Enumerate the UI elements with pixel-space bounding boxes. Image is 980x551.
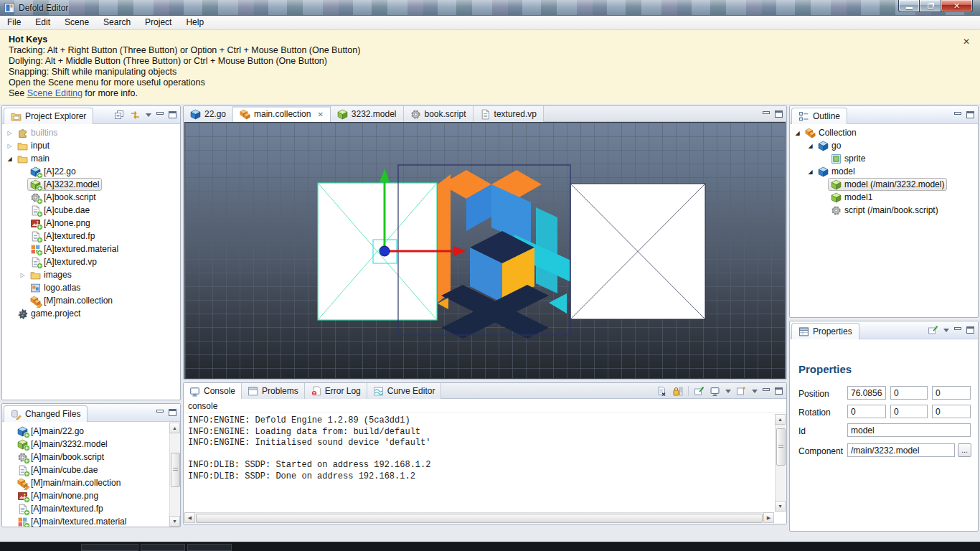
outline-tab[interactable]: Outline: [791, 108, 847, 124]
menu-item-file[interactable]: File: [0, 16, 28, 29]
taskbar-item[interactable]: [187, 544, 232, 551]
maximize-view-icon[interactable]: [169, 409, 176, 416]
project-explorer-item[interactable]: [A]textured.fp: [2, 230, 180, 242]
collapse-arrow-icon[interactable]: ◢: [806, 143, 815, 149]
expand-arrow-icon[interactable]: ▷: [18, 272, 27, 278]
collapse-arrow-icon[interactable]: ◢: [806, 169, 815, 175]
changed-files-item[interactable]: [A]main/book.script: [2, 451, 169, 463]
open-console-icon[interactable]: [736, 386, 747, 397]
outline-item[interactable]: ◢model: [790, 165, 978, 178]
console-hscrollbar[interactable]: ◀ ▶: [184, 512, 774, 523]
taskbar-item[interactable]: [141, 544, 185, 551]
minimize-view-icon[interactable]: [763, 111, 770, 114]
white-quad-right[interactable]: [570, 184, 705, 319]
y-axis-arrowhead[interactable]: [380, 169, 390, 182]
menu-item-help[interactable]: Help: [179, 16, 211, 29]
console-output[interactable]: INFO:ENGINE: Defold Engine 1.2.89 (5ca3d…: [185, 414, 774, 512]
view-menu-icon[interactable]: [146, 113, 151, 117]
project-explorer-item[interactable]: ◢main: [2, 152, 180, 165]
x-axis-arrowhead[interactable]: [453, 246, 466, 256]
component-input[interactable]: [847, 443, 955, 457]
console-tab-console[interactable]: Console: [184, 383, 242, 399]
scene-canvas[interactable]: [184, 122, 786, 379]
project-explorer-item[interactable]: [A]book.script: [2, 191, 180, 204]
editor-tab-22-go[interactable]: 22.go: [184, 106, 233, 122]
rotation-x-input[interactable]: [847, 405, 886, 418]
banner-close-icon[interactable]: ✕: [963, 37, 970, 46]
component-browse-button[interactable]: ...: [958, 443, 971, 457]
project-explorer-item[interactable]: ▷builtins: [2, 126, 180, 139]
window-minimize-button[interactable]: [898, 0, 920, 12]
clear-console-icon[interactable]: [656, 386, 667, 397]
project-explorer-item[interactable]: ▷input: [2, 139, 180, 152]
pin-properties-icon[interactable]: [928, 325, 938, 336]
window-close-button[interactable]: ✕: [941, 0, 973, 12]
menu-item-scene[interactable]: Scene: [57, 16, 96, 29]
origin-handle[interactable]: [380, 246, 390, 256]
scene-editing-link[interactable]: Scene Editing: [27, 88, 83, 98]
view-menu-icon[interactable]: [943, 329, 949, 332]
collapse-all-icon[interactable]: [114, 110, 125, 121]
project-explorer-item[interactable]: ▷images: [2, 268, 180, 281]
position-z-input[interactable]: [932, 386, 971, 400]
console-tab-curve-editor[interactable]: Curve Editor: [367, 383, 442, 399]
changed-files-item[interactable]: [A]main/3232.model: [2, 438, 169, 451]
changed-files-item[interactable]: [A]main/textured.material: [2, 515, 169, 527]
minimize-view-icon[interactable]: [763, 388, 770, 391]
outline-item[interactable]: script (/main/book.script): [790, 204, 978, 217]
maximize-view-icon[interactable]: [966, 111, 974, 118]
expand-arrow-icon[interactable]: ▷: [5, 143, 14, 149]
position-x-input[interactable]: [847, 386, 886, 400]
menu-item-project[interactable]: Project: [138, 16, 179, 29]
project-explorer-item[interactable]: [M]main.collection: [2, 294, 180, 307]
collapse-arrow-icon[interactable]: ◢: [5, 156, 14, 162]
project-explorer-item[interactable]: [A]22.go: [2, 165, 180, 178]
window-restore-button[interactable]: [920, 0, 941, 12]
collapse-arrow-icon[interactable]: ◢: [793, 130, 802, 136]
maximize-view-icon[interactable]: [169, 111, 176, 118]
position-y-input[interactable]: [890, 386, 928, 400]
close-tab-icon[interactable]: ✕: [317, 110, 323, 118]
id-input[interactable]: [847, 423, 971, 437]
minimize-view-icon[interactable]: [156, 112, 164, 115]
maximize-view-icon[interactable]: [775, 110, 783, 118]
defold-logo-model[interactable]: [438, 170, 574, 339]
console-vscrollbar[interactable]: ▲ ▼: [775, 414, 786, 512]
changed-files-item[interactable]: [M]main/main.collection: [2, 476, 169, 489]
editor-tab-textured-vp[interactable]: textured.vp: [473, 106, 544, 122]
minimize-view-icon[interactable]: [954, 112, 961, 115]
maximize-view-icon[interactable]: [775, 387, 783, 395]
outline-item[interactable]: model1: [790, 191, 978, 204]
console-tab-error-log[interactable]: Error Log: [305, 383, 367, 399]
pin-console-icon[interactable]: [694, 386, 705, 397]
project-explorer-item[interactable]: [A]none.png: [2, 217, 180, 230]
project-explorer-tab[interactable]: Project Explorer: [4, 108, 93, 124]
properties-tab[interactable]: Properties: [791, 323, 859, 339]
changed-files-item[interactable]: [A]main/cube.dae: [2, 463, 169, 476]
changed-files-item[interactable]: [A]main/22.go: [2, 425, 169, 438]
link-with-editor-icon[interactable]: [130, 110, 141, 121]
windows-taskbar[interactable]: [0, 542, 980, 551]
project-explorer-item[interactable]: logo.atlas: [2, 281, 180, 294]
changed-files-item[interactable]: [A]main/textured.fp: [2, 502, 169, 515]
project-explorer-item[interactable]: [A]textured.vp: [2, 255, 180, 268]
maximize-view-icon[interactable]: [966, 326, 974, 334]
expand-arrow-icon[interactable]: ▷: [5, 130, 14, 136]
minimize-view-icon[interactable]: [156, 410, 164, 413]
editor-tab-main-collection[interactable]: main.collection✕: [233, 106, 331, 122]
minimize-view-icon[interactable]: [954, 327, 961, 330]
display-selected-console-icon[interactable]: [710, 386, 720, 397]
project-explorer-item[interactable]: [A]3232.model: [2, 178, 180, 191]
changed-files-tab[interactable]: Changed Files: [4, 405, 88, 422]
rotation-z-input[interactable]: [932, 405, 971, 418]
project-explorer-item[interactable]: [A]textured.material: [2, 242, 180, 255]
project-explorer-item[interactable]: game.project: [2, 307, 180, 320]
project-explorer-item[interactable]: [A]cube.dae: [2, 204, 180, 217]
outline-item[interactable]: ◢Collection: [790, 126, 978, 139]
changed-files-item[interactable]: [A]main/none.png: [2, 489, 169, 502]
taskbar-item[interactable]: [81, 544, 138, 551]
editor-tab-3232-model[interactable]: 3232.model: [331, 106, 404, 122]
menu-item-search[interactable]: Search: [96, 16, 138, 29]
changed-files-scrollbar[interactable]: ▲ ▼: [169, 423, 180, 527]
outline-item[interactable]: sprite: [790, 152, 978, 165]
